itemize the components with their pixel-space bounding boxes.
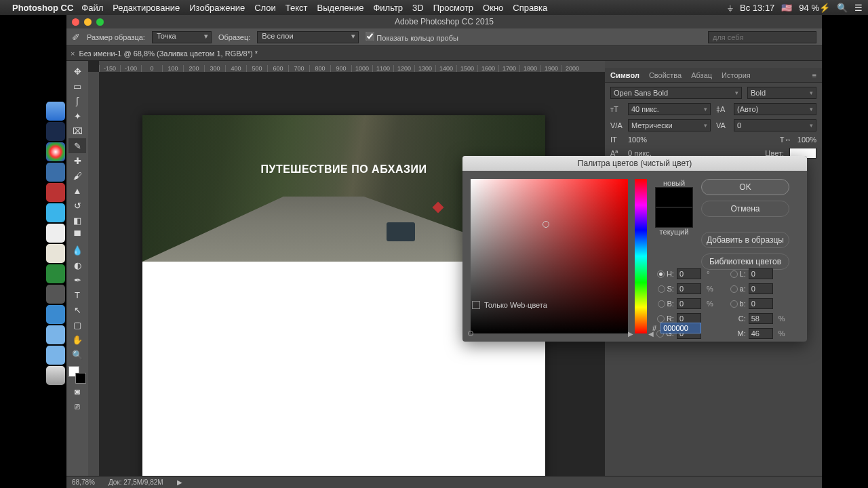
- dock-folder-icon[interactable]: [46, 325, 65, 344]
- a-field[interactable]: [749, 283, 773, 294]
- show-ring-checkbox[interactable]: Показать кольцо пробы: [366, 32, 458, 42]
- menu-filter[interactable]: Фильтр: [373, 3, 403, 13]
- dock-trash-icon[interactable]: [46, 366, 65, 385]
- dock-app2-icon[interactable]: [46, 264, 65, 283]
- eraser-tool[interactable]: ◧: [68, 213, 86, 228]
- eyedropper-tool-icon[interactable]: ✐: [72, 32, 80, 43]
- blur-tool[interactable]: 💧: [68, 243, 86, 258]
- font-family-select[interactable]: Open Sans Bold: [610, 87, 742, 99]
- add-swatch-button[interactable]: Добавить в образцы: [701, 232, 789, 248]
- doc-size[interactable]: Док: 27,5M/9,82M: [108, 479, 163, 486]
- crop-tool[interactable]: ⌧: [68, 123, 86, 138]
- color-picker-dialog[interactable]: Палитра цветов (чистый цвет) новый текущ…: [462, 156, 807, 342]
- hscale-value[interactable]: 100%: [797, 136, 816, 144]
- tab-paragraph[interactable]: Абзац: [691, 71, 712, 79]
- dock-folder2-icon[interactable]: [46, 346, 65, 365]
- menu-help[interactable]: Справка: [513, 3, 547, 13]
- listview-icon[interactable]: ☰: [854, 3, 863, 13]
- menu-layers[interactable]: Слои: [254, 3, 276, 13]
- tab-character[interactable]: Символ: [610, 71, 639, 79]
- web-only-row[interactable]: Только Web-цвета: [472, 301, 547, 309]
- eyedropper-tool[interactable]: ✎: [68, 138, 86, 153]
- color-libs-button[interactable]: Библиотеки цветов: [701, 253, 789, 270]
- ok-button[interactable]: OK: [701, 179, 789, 195]
- window-titlebar[interactable]: Adobe Photoshop CC 2015: [66, 15, 822, 28]
- s-radio[interactable]: [658, 285, 665, 293]
- move-tool[interactable]: ✥: [68, 64, 86, 79]
- dock-textedit-icon[interactable]: [46, 224, 65, 243]
- history-brush-tool[interactable]: ↺: [68, 198, 86, 213]
- wifi-icon[interactable]: ⏚: [728, 3, 733, 13]
- tab-history[interactable]: История: [722, 71, 751, 79]
- lasso-tool[interactable]: ʃ: [68, 94, 86, 108]
- kerning-field[interactable]: Метрически: [628, 119, 711, 131]
- l-radio[interactable]: [730, 270, 738, 278]
- menu-view[interactable]: Просмотр: [433, 3, 473, 13]
- l-field[interactable]: [749, 268, 773, 279]
- lb-field[interactable]: [749, 298, 773, 309]
- screenmode-tool[interactable]: ⎚: [68, 399, 86, 413]
- bv-field[interactable]: [677, 298, 701, 309]
- menu-3d[interactable]: 3D: [412, 3, 424, 13]
- tab-properties[interactable]: Свойства: [649, 71, 682, 79]
- dodge-tool[interactable]: ◐: [68, 258, 86, 272]
- hue-slider[interactable]: [635, 179, 647, 333]
- h-field[interactable]: [677, 268, 701, 279]
- rectangle-tool[interactable]: ▢: [68, 317, 86, 332]
- hex-field[interactable]: [660, 323, 701, 333]
- dock-finder-icon[interactable]: [46, 102, 65, 121]
- r-radio[interactable]: [657, 315, 665, 323]
- marquee-tool[interactable]: ▭: [68, 79, 86, 94]
- hand-tool[interactable]: ✋: [68, 332, 86, 347]
- lb-radio[interactable]: [730, 300, 738, 308]
- battery[interactable]: 94 % ⚡: [799, 3, 830, 13]
- s-field[interactable]: [677, 283, 701, 294]
- web-only-checkbox[interactable]: [472, 301, 480, 309]
- flag-icon[interactable]: 🇺🇸: [781, 3, 792, 13]
- dock-filezilla-icon[interactable]: [46, 183, 65, 202]
- tracking-field[interactable]: 0: [734, 119, 816, 131]
- clock[interactable]: Вс 13:17: [740, 3, 774, 13]
- vscale-value[interactable]: 100%: [628, 136, 647, 144]
- dock-skype-icon[interactable]: [46, 203, 65, 222]
- sample-size-select[interactable]: Точка: [152, 31, 212, 43]
- dock-app3-icon[interactable]: [46, 305, 65, 324]
- dock-photoshop-icon[interactable]: [46, 122, 65, 141]
- dock-notes-icon[interactable]: [46, 244, 65, 263]
- magic-wand-tool[interactable]: ✦: [68, 108, 86, 123]
- spotlight-icon[interactable]: 🔍: [837, 3, 848, 13]
- tab-close-icon[interactable]: ×: [71, 49, 75, 58]
- type-tool[interactable]: T: [68, 287, 86, 302]
- zoom-level[interactable]: 68,78%: [72, 479, 95, 486]
- bg-color[interactable]: [75, 373, 86, 384]
- picker-title[interactable]: Палитра цветов (чистый цвет): [462, 156, 807, 171]
- menu-file[interactable]: Файл: [81, 3, 103, 13]
- gradient-tool[interactable]: ▀: [68, 228, 86, 243]
- color-swatches[interactable]: [68, 366, 86, 384]
- font-size-field[interactable]: 40 пикс.: [628, 103, 711, 115]
- sv-cursor[interactable]: [542, 221, 549, 228]
- m-field[interactable]: [749, 328, 773, 339]
- dock-app-icon[interactable]: [46, 163, 65, 182]
- menu-image[interactable]: Изображение: [189, 3, 245, 13]
- h-radio[interactable]: [657, 270, 665, 278]
- current-color-swatch[interactable]: [655, 207, 693, 228]
- panel-menu-icon[interactable]: ≡: [812, 71, 816, 79]
- font-style-select[interactable]: Bold: [747, 87, 816, 99]
- search-field[interactable]: [708, 31, 816, 43]
- sv-box[interactable]: [471, 179, 628, 333]
- pen-tool[interactable]: ✒: [68, 272, 86, 287]
- dock-settings-icon[interactable]: [46, 285, 65, 304]
- menu-window[interactable]: Окно: [483, 3, 503, 13]
- cancel-button[interactable]: Отмена: [701, 201, 789, 217]
- menu-type[interactable]: Текст: [285, 3, 308, 13]
- a-radio[interactable]: [730, 285, 738, 293]
- dock-chrome-icon[interactable]: [46, 142, 65, 161]
- path-select-tool[interactable]: ↖: [68, 302, 86, 317]
- quickmask-tool[interactable]: ◙: [68, 384, 86, 399]
- healing-tool[interactable]: ✚: [68, 153, 86, 168]
- app-name[interactable]: Photoshop CC: [12, 3, 73, 13]
- c-field[interactable]: [749, 313, 773, 324]
- bv-radio[interactable]: [658, 300, 665, 308]
- document-tab[interactable]: Без имени-1 @ 68,8% (Заливка цветом 1, R…: [79, 49, 258, 58]
